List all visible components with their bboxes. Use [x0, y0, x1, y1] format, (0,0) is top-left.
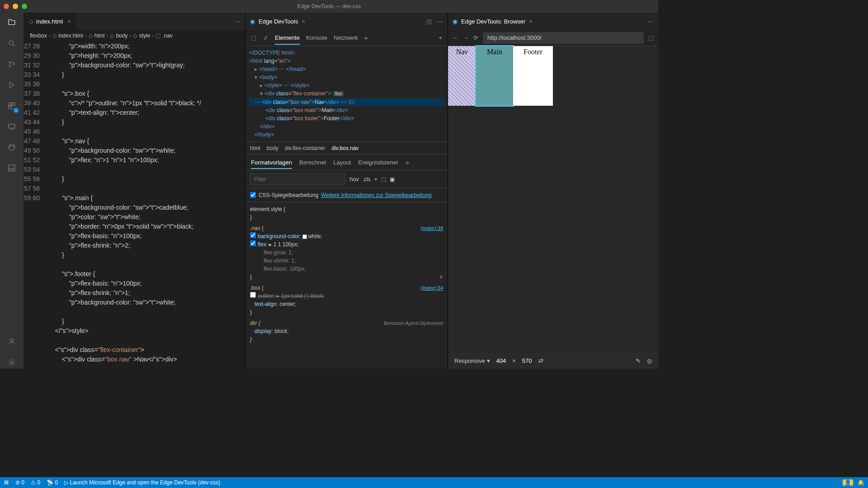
html-file-icon: ◇: [29, 18, 33, 25]
devtools-tab: ◉ Edge DevTools × ◫ ⋯: [245, 13, 448, 30]
reload-icon[interactable]: ⟳: [473, 34, 478, 41]
cls-toggle[interactable]: .cls: [363, 176, 371, 183]
tab-label: index.html: [36, 18, 63, 25]
prop-checkbox[interactable]: [250, 292, 256, 298]
account-icon[interactable]: [5, 335, 18, 348]
svg-rect-5: [12, 103, 15, 105]
window-controls: [4, 4, 27, 9]
breadcrumbs[interactable]: flexbox› ◇index.html› ◇html› ◇body› ◇sty…: [24, 30, 245, 42]
close-tab-icon[interactable]: ×: [529, 18, 533, 25]
forward-icon[interactable]: →: [463, 34, 469, 41]
styles-panel[interactable]: element.style {} (Index):39 .nav { backg…: [245, 202, 448, 369]
tab-formatvorlagen[interactable]: Formatvorlagen: [251, 159, 292, 169]
target-icon[interactable]: ◎: [647, 357, 652, 364]
tab-ereignislistener[interactable]: Ereignislistener: [358, 159, 398, 166]
svg-rect-7: [9, 124, 15, 128]
mirror-link[interactable]: Weitere Informationen zur Spiegelbearbei…: [321, 192, 432, 198]
tab-netzwerk[interactable]: Netzwerk: [334, 34, 358, 41]
editor-more-icon[interactable]: ⋯: [230, 18, 245, 25]
responsive-dropdown[interactable]: Responsive ▾: [454, 357, 490, 364]
computed-icon[interactable]: ▣: [390, 176, 395, 183]
browser-tab: ◉ Edge DevTools: Browser × ⋯: [448, 13, 658, 30]
devtools-toolbar: ⬚ ⫽ Elemente Konsole Netzwerk » +: [245, 30, 448, 46]
browser-viewport[interactable]: Nav Main Footer: [448, 46, 658, 352]
extensions-icon[interactable]: 1: [5, 99, 18, 112]
css-mirror-row: CSS-Spiegelbearbeitung Weitere Informati…: [245, 188, 448, 202]
editor-pane: ◇ index.html × ⋯ flexbox› ◇index.html› ◇…: [24, 13, 245, 369]
inspect-icon[interactable]: ⬚: [251, 34, 256, 41]
svg-rect-6: [9, 106, 11, 109]
explorer-icon[interactable]: [5, 16, 18, 29]
url-input[interactable]: [483, 32, 644, 44]
svg-point-11: [11, 361, 13, 364]
maximize-window[interactable]: [22, 4, 27, 9]
split-icon[interactable]: ◫: [426, 18, 432, 25]
tab-elemente[interactable]: Elemente: [275, 34, 300, 45]
edge-icon: ◉: [250, 18, 255, 25]
activity-bar: 1: [0, 13, 24, 369]
eyedropper-icon[interactable]: ✎: [636, 357, 641, 364]
chevron-right-icon[interactable]: »: [406, 159, 409, 166]
hov-toggle[interactable]: :hov: [349, 176, 359, 183]
titlebar: Edge DevTools — dev-css: [0, 0, 658, 13]
tab-layout[interactable]: Layout: [333, 159, 351, 166]
prop-checkbox[interactable]: [250, 232, 256, 238]
source-link[interactable]: (Index):39: [420, 224, 443, 232]
tab-konsole[interactable]: Konsole: [306, 34, 327, 41]
chevron-right-icon[interactable]: »: [364, 34, 368, 41]
html-file-icon: ◇: [52, 33, 57, 39]
settings-icon[interactable]: [5, 356, 18, 369]
rotate-icon[interactable]: ⇄: [538, 357, 543, 364]
back-icon[interactable]: ←: [453, 34, 458, 41]
svg-point-3: [13, 64, 14, 65]
source-control-icon[interactable]: [5, 58, 18, 70]
browser-toolbar: ← → ⟳ ⬚: [448, 30, 658, 46]
edge-icon: ◉: [453, 18, 458, 25]
filter-input[interactable]: [250, 174, 345, 185]
more-icon[interactable]: ⋯: [648, 18, 654, 25]
svg-rect-9: [9, 165, 15, 171]
height-value[interactable]: 570: [522, 357, 532, 364]
svg-point-1: [9, 61, 10, 63]
image-icon[interactable]: [5, 162, 18, 174]
responsive-bar: Responsive ▾ 404 × 570 ⇄ ✎ ◎: [448, 352, 658, 369]
svg-point-0: [9, 41, 13, 45]
add-prop-icon[interactable]: +: [439, 273, 443, 281]
minimize-window[interactable]: [13, 4, 18, 9]
new-style-icon[interactable]: +: [374, 176, 377, 183]
close-window[interactable]: [4, 4, 9, 9]
dom-tree[interactable]: <!DOCTYPE html> <html lang="en"> ▸<head>…: [245, 46, 448, 141]
close-tab-icon[interactable]: ×: [67, 18, 71, 25]
svg-point-8: [9, 144, 15, 150]
browser-pane: ◉ Edge DevTools: Browser × ⋯ ← → ⟳ ⬚ Nav…: [448, 13, 658, 369]
extensions-icon[interactable]: ⬚: [648, 34, 654, 41]
tab-berechnet[interactable]: Berechnet: [299, 159, 326, 166]
width-value[interactable]: 404: [496, 357, 506, 364]
styles-icon[interactable]: ⬚: [381, 176, 386, 183]
window-title: Edge DevTools — dev-css: [297, 3, 361, 9]
close-tab-icon[interactable]: ×: [302, 18, 305, 25]
run-debug-icon[interactable]: [5, 79, 18, 91]
devtools-pane: ◉ Edge DevTools × ◫ ⋯ ⬚ ⫽ Elemente Konso…: [245, 13, 448, 369]
prop-checkbox[interactable]: [250, 240, 256, 246]
mirror-checkbox[interactable]: [250, 192, 256, 198]
source-link[interactable]: (Index):34: [420, 284, 443, 292]
remote-icon[interactable]: [5, 120, 18, 133]
svg-point-10: [10, 339, 13, 342]
svg-rect-4: [9, 103, 11, 105]
page-main: Main: [476, 46, 513, 106]
editor-tabs: ◇ index.html × ⋯: [24, 13, 245, 30]
page-nav: Nav: [448, 46, 476, 106]
dom-breadcrumb[interactable]: html body div.flex-container div.box.nav: [245, 141, 448, 154]
styles-tabs: Formatvorlagen Berechnet Layout Ereignis…: [245, 154, 448, 170]
styles-filter-row: :hov .cls + ⬚ ▣: [245, 170, 448, 188]
tab-index-html[interactable]: ◇ index.html ×: [24, 13, 76, 30]
more-icon[interactable]: ⋯: [437, 18, 443, 25]
code-editor[interactable]: 27 28 29 30 31 32 33 34 35 36 37 38 39 4…: [24, 42, 245, 369]
device-icon[interactable]: ⫽: [263, 34, 269, 41]
page-footer: Footer: [513, 46, 553, 106]
edge-tools-icon[interactable]: [5, 141, 18, 154]
svg-point-2: [9, 66, 10, 67]
plus-icon[interactable]: +: [439, 34, 442, 41]
search-icon[interactable]: [5, 37, 18, 50]
